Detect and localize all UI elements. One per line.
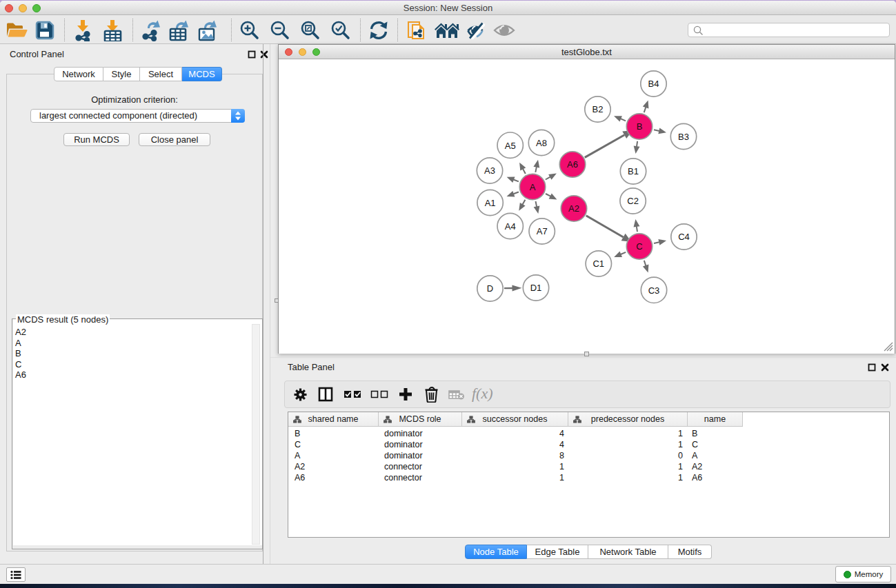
- svg-text:C3: C3: [648, 285, 660, 296]
- svg-text:A5: A5: [505, 141, 516, 151]
- svg-text:A8: A8: [536, 138, 547, 148]
- svg-text:A4: A4: [505, 221, 516, 232]
- svg-text:B4: B4: [648, 79, 659, 89]
- svg-text:A1: A1: [485, 198, 496, 208]
- svg-text:C1: C1: [593, 258, 604, 269]
- svg-text:B1: B1: [628, 166, 639, 176]
- svg-text:D1: D1: [530, 283, 542, 293]
- svg-text:D: D: [487, 283, 493, 294]
- svg-text:C: C: [636, 241, 642, 252]
- svg-text:A7: A7: [537, 226, 548, 236]
- svg-text:C2: C2: [627, 196, 639, 206]
- svg-text:C4: C4: [678, 232, 690, 242]
- svg-text:A2: A2: [568, 203, 579, 214]
- svg-text:A: A: [530, 182, 536, 192]
- svg-text:B3: B3: [678, 132, 689, 142]
- svg-text:A6: A6: [567, 159, 578, 170]
- svg-text:B: B: [637, 121, 643, 132]
- svg-text:A3: A3: [484, 165, 495, 176]
- svg-text:B2: B2: [593, 104, 604, 114]
